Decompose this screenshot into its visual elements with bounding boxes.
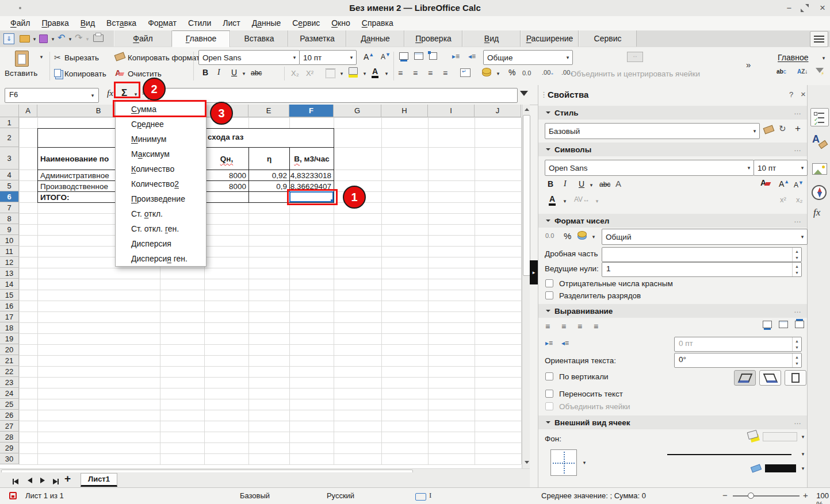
sidebar-font-name-combo[interactable]: Open Sans▾: [545, 160, 754, 176]
menu-Формат[interactable]: Формат: [142, 16, 182, 30]
row-header-11[interactable]: 11: [0, 246, 19, 257]
number-format-decimal-button[interactable]: 0.0: [522, 70, 531, 76]
clone-format-button[interactable]: Копировать формат: [128, 53, 200, 62]
section-number-format-header[interactable]: Формат чисел: [538, 214, 807, 228]
autocorrect-icon[interactable]: abc: [777, 68, 786, 75]
ribbon-tab-Проверка[interactable]: Проверка: [404, 30, 462, 47]
menu-Сервис[interactable]: Сервис: [286, 16, 326, 30]
row-header-15[interactable]: 15: [0, 290, 19, 301]
add-sheet-icon[interactable]: +: [64, 472, 71, 485]
cell-D5[interactable]: 8000: [204, 180, 249, 192]
ribbon-tab-Вид[interactable]: Вид: [462, 30, 521, 47]
sidebar-tab-functions[interactable]: fx: [813, 207, 820, 218]
row-header-16[interactable]: 16: [0, 301, 19, 311]
open-file-icon[interactable]: [20, 35, 30, 43]
unsaved-changes-icon[interactable]: [9, 492, 17, 499]
function-wizard-icon[interactable]: fx: [107, 89, 113, 98]
clone-format-icon[interactable]: [114, 52, 126, 61]
highlight-color-icon[interactable]: [349, 67, 358, 75]
subscript-button[interactable]: X₂: [291, 69, 299, 78]
selection-mode-icon[interactable]: [415, 493, 426, 501]
leading-zeroes-spinner[interactable]: 1▲▼: [602, 262, 802, 277]
sum-menu-item-Дисперсия ген.[interactable]: Дисперсия ген.: [116, 251, 206, 266]
zoom-slider-track[interactable]: [733, 495, 800, 497]
number-more-options-icon[interactable]: …: [794, 216, 801, 224]
sidebar-increase-indent-icon[interactable]: ▸≡: [545, 339, 553, 347]
notebookbar-hamburger-button[interactable]: [810, 31, 828, 47]
italic-button[interactable]: I: [217, 68, 220, 77]
section-alignment-header[interactable]: Выравнивание: [538, 304, 807, 318]
name-box[interactable]: F6 ▾: [5, 88, 99, 103]
row-header-22[interactable]: 22: [0, 366, 19, 377]
sidebar-font-size-combo[interactable]: 10 пт▾: [753, 160, 808, 176]
menu-Лист[interactable]: Лист: [217, 16, 246, 30]
row-header-27[interactable]: 27: [0, 421, 19, 432]
column-header-J[interactable]: J: [475, 105, 521, 117]
sidebar-splitter-handle[interactable]: ▸: [530, 260, 538, 284]
borders-dropdown-icon[interactable]: ▾: [337, 71, 346, 76]
underline-button[interactable]: U: [231, 68, 237, 77]
sidebar-bold-button[interactable]: B: [548, 179, 553, 188]
sidebar-align-right-icon[interactable]: ≡: [577, 322, 582, 331]
sidebar-underline-dropdown-icon[interactable]: ▾: [587, 182, 596, 188]
row-header-19[interactable]: 19: [0, 333, 19, 344]
cut-icon[interactable]: ✂: [54, 53, 61, 62]
orientation-spinner[interactable]: 0°▲▼: [674, 353, 802, 368]
vertically-stacked-checkbox[interactable]: [545, 372, 553, 380]
row-header-24[interactable]: 24: [0, 388, 19, 399]
row-header-4[interactable]: 4: [0, 170, 19, 180]
vertical-scroll-thumb[interactable]: [523, 115, 530, 276]
sum-menu-item-Произведение[interactable]: Произведение: [116, 191, 206, 206]
cell-F3[interactable]: В, м3/час: [289, 147, 334, 170]
sum-menu-item-Ст. откл.[interactable]: Ст. откл.: [116, 206, 206, 221]
sum-menu-item-Дисперсия[interactable]: Дисперсия: [116, 236, 206, 251]
autofilter-icon[interactable]: ⚡: [816, 68, 824, 73]
row-header-2[interactable]: 2: [0, 128, 19, 147]
row-header-30[interactable]: 30: [0, 453, 19, 464]
font-color-icon[interactable]: A: [372, 67, 378, 78]
orientation-standard-button[interactable]: [734, 370, 756, 386]
bold-button[interactable]: B: [202, 68, 208, 77]
row-header-6[interactable]: 6: [0, 191, 19, 202]
insert-row-icon[interactable]: [399, 52, 408, 60]
row-header-1[interactable]: 1: [0, 117, 19, 128]
save-dropdown-icon[interactable]: ▾: [48, 36, 58, 42]
row-header-20[interactable]: 20: [0, 344, 19, 355]
line-color-dropdown-icon[interactable]: ▾: [798, 465, 808, 471]
language-status[interactable]: Русский: [327, 491, 354, 500]
sidebar-align-center-icon[interactable]: ≡: [561, 322, 566, 331]
line-style-dropdown-icon[interactable]: ▾: [798, 451, 808, 457]
alignment-more-options-icon[interactable]: …: [794, 306, 801, 314]
sidebar-tab-gallery[interactable]: [812, 163, 827, 175]
open-dropdown-icon[interactable]: ▾: [30, 36, 39, 42]
close-button[interactable]: ×: [816, 0, 829, 16]
sidebar-clear-formatting-icon[interactable]: A: [760, 178, 770, 187]
wrap-text-checkbox[interactable]: [545, 390, 553, 398]
align-right-icon[interactable]: ≡: [428, 68, 433, 78]
menu-Вид[interactable]: Вид: [75, 16, 101, 30]
number-format-combo[interactable]: Общие▾: [483, 50, 573, 65]
selection-summary-status[interactable]: Среднее значение: ; Сумма: 0: [541, 491, 646, 500]
undo-icon[interactable]: ↶: [58, 32, 65, 43]
sidebar-tab-navigator[interactable]: [812, 185, 827, 200]
paste-dropdown-icon[interactable]: ▾: [37, 54, 46, 60]
style-more-options-icon[interactable]: …: [794, 107, 801, 116]
background-color-dropdown-icon[interactable]: ▾: [798, 434, 808, 440]
restore-button[interactable]: [801, 4, 809, 12]
strikethrough-button[interactable]: abc: [251, 69, 262, 77]
column-header-H[interactable]: H: [381, 105, 428, 117]
zoom-in-icon[interactable]: +: [803, 490, 808, 500]
font-color-dropdown-icon[interactable]: ▾: [382, 71, 391, 76]
cell-style-combo[interactable]: Базовый▾: [545, 123, 760, 139]
ribbon-tab-Разметка[interactable]: Разметка: [288, 30, 346, 47]
row-header-7[interactable]: 7: [0, 202, 19, 213]
sidebar-grow-font-icon[interactable]: A▲: [779, 179, 789, 188]
percent-format-button[interactable]: %: [508, 68, 515, 77]
column-header-A[interactable]: A: [19, 105, 37, 117]
row-header-21[interactable]: 21: [0, 355, 19, 366]
align-vcenter-icon[interactable]: [779, 321, 788, 328]
row-header-14[interactable]: 14: [0, 279, 19, 290]
number-category-combo[interactable]: Общий▾: [602, 229, 808, 245]
cell-F4[interactable]: 14,83233018: [289, 170, 334, 181]
toolbar-overflow-button[interactable]: »: [746, 60, 751, 70]
